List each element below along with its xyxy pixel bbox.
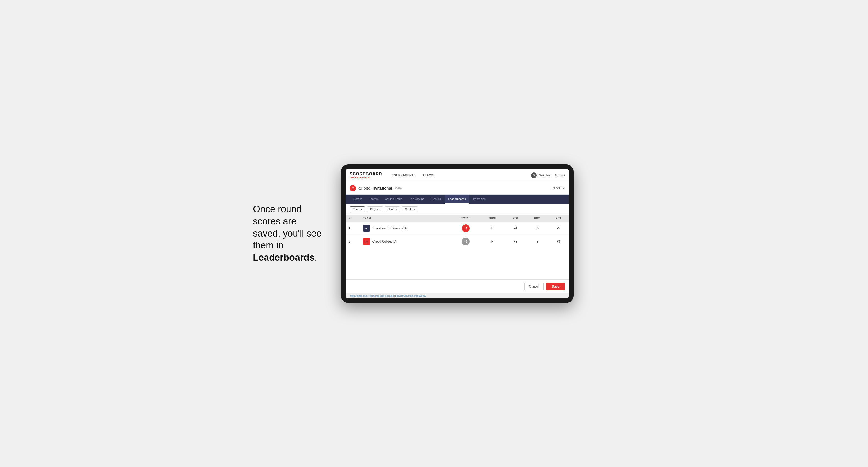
filter-players-button[interactable]: Players [367,206,383,212]
col-rank: # [345,215,360,222]
sidebar-description: Once round scores are saved, you'll see … [253,203,326,264]
filter-scores-button[interactable]: Scores [384,206,400,212]
team-name: Clippd College [A] [372,240,397,243]
sub-tabs-bar: Details Teams Course Setup Tee Groups Re… [345,195,569,204]
logo-area: SCOREBOARD Powered by clippd [350,172,382,179]
tournament-gender: (Men) [394,186,402,190]
rd1-cell: +8 [505,235,526,248]
leaderboard-table-container: # TEAM TOTAL THRU RD1 RD2 RD3 1 [345,215,569,248]
tab-printables[interactable]: Printables [469,195,489,204]
url-bar: https://stage-blue-coach.stagescoreboard… [345,293,569,298]
nav-right: S Test User | Sign out [531,173,565,178]
nav-teams[interactable]: TEAMS [419,169,437,182]
save-button[interactable]: Save [546,283,565,290]
tournament-cancel-button[interactable]: Cancel ✕ [552,186,565,190]
col-rd1: RD1 [505,215,526,222]
total-cell: +3 [452,235,480,248]
tournament-name: Clippd Invitational [359,186,392,190]
tablet-screen: SCOREBOARD Powered by clippd TOURNAMENTS… [345,169,569,298]
page-wrapper: Once round scores are saved, you'll see … [253,164,615,303]
user-avatar: S [531,173,537,178]
logo-text: SCOREBOARD [350,172,382,176]
table-header-row: # TEAM TOTAL THRU RD1 RD2 RD3 [345,215,569,222]
rd2-cell: -8 [526,235,548,248]
tab-leaderboards[interactable]: Leaderboards [444,195,469,204]
tab-details[interactable]: Details [350,195,366,204]
rd2-cell: +5 [526,222,548,235]
tablet-device: SCOREBOARD Powered by clippd TOURNAMENTS… [341,164,574,303]
nav-tournaments[interactable]: TOURNAMENTS [389,169,419,182]
total-cell: -5 [452,222,480,235]
sign-out-link[interactable]: Sign out [555,174,565,177]
rd3-cell: +3 [548,235,569,248]
col-team: TEAM [360,215,452,222]
table-row: 2 C Clippd College [A] +3 F [345,235,569,248]
tab-results[interactable]: Results [428,195,444,204]
score-badge-red: -5 [462,224,470,232]
col-rd2: RD2 [526,215,548,222]
col-total: TOTAL [452,215,480,222]
team-cell: C Clippd College [A] [360,235,452,248]
col-rd3: RD3 [548,215,569,222]
thru-cell: F [480,222,505,235]
footer-actions: Cancel Save [345,279,569,293]
user-name: Test User | [539,174,552,177]
close-icon: ✕ [562,186,565,190]
rd1-cell: -4 [505,222,526,235]
powered-by-text: Powered by clippd [350,176,382,179]
filter-teams-button[interactable]: Teams [350,206,365,212]
tournament-header: C Clippd Invitational (Men) Cancel ✕ [345,182,569,195]
team-logo: SU [363,225,370,232]
rank-cell: 1 [345,222,360,235]
thru-cell: F [480,235,505,248]
cancel-button[interactable]: Cancel [524,283,544,290]
rank-cell: 2 [345,235,360,248]
col-thru: THRU [480,215,505,222]
team-logo: C [363,238,370,245]
filter-bar: Teams Players Scores Strokes [345,204,569,215]
tab-tee-groups[interactable]: Tee Groups [406,195,428,204]
team-cell: SU Scoreboard University [A] [360,222,452,235]
table-row: 1 SU Scoreboard University [A] -5 F [345,222,569,235]
leaderboard-table: # TEAM TOTAL THRU RD1 RD2 RD3 1 [345,215,569,248]
tournament-icon: C [350,185,356,191]
score-badge-gray: +3 [462,238,470,245]
top-nav: SCOREBOARD Powered by clippd TOURNAMENTS… [345,169,569,182]
team-name: Scoreboard University [A] [372,226,408,230]
filter-strokes-button[interactable]: Strokes [402,206,418,212]
tab-course-setup[interactable]: Course Setup [381,195,406,204]
nav-links: TOURNAMENTS TEAMS [389,169,437,182]
tab-teams[interactable]: Teams [366,195,381,204]
rd3-cell: -6 [548,222,569,235]
